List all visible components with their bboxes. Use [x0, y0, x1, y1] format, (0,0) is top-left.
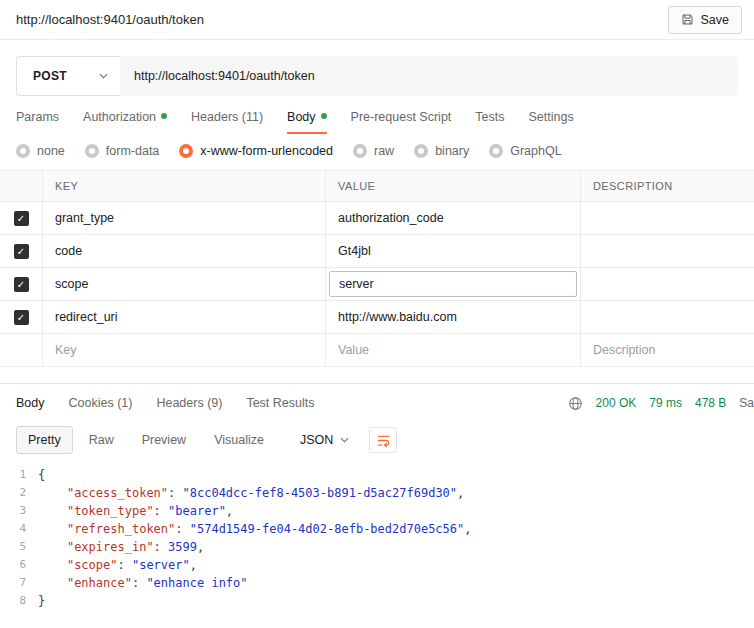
body-type-x-www-form-urlencoded[interactable]: x-www-form-urlencoded — [179, 144, 333, 158]
tab-authorization[interactable]: Authorization — [83, 110, 167, 134]
code-line: 7 "enhance": "enhance info" — [0, 574, 754, 592]
response-size: 478 B — [695, 396, 726, 410]
view-tab-raw[interactable]: Raw — [77, 426, 126, 454]
body-type-binary[interactable]: binary — [414, 144, 469, 158]
response-time: 79 ms — [649, 396, 682, 410]
green-status-dot — [161, 113, 167, 119]
value-cell[interactable]: Gt4jbl — [325, 235, 580, 267]
table-row: ✓codeGt4jbl — [0, 234, 754, 267]
line-number: 1 — [0, 466, 38, 484]
code-token: , — [190, 558, 197, 572]
body-type-none[interactable]: none — [16, 144, 65, 158]
url-text: http://localhost:9401/oauth/token — [134, 69, 315, 83]
row-checkbox[interactable]: ✓ — [14, 310, 29, 325]
postman-request-view: http://localhost:9401/oauth/token Save P… — [0, 0, 754, 610]
row-checkbox[interactable]: ✓ — [14, 211, 29, 226]
body-type-label: GraphQL — [510, 144, 561, 158]
response-tab-cookies-1[interactable]: Cookies (1) — [69, 396, 133, 410]
key-cell[interactable]: code — [42, 235, 325, 267]
code-content: "enhance": "enhance info" — [38, 574, 248, 592]
request-tabs: ParamsAuthorizationHeaders (11)BodyPre-r… — [16, 110, 738, 134]
code-token — [38, 522, 67, 536]
row-checkbox[interactable]: ✓ — [14, 277, 29, 292]
save-button-label: Save — [701, 13, 730, 27]
view-tab-pretty[interactable]: Pretty — [16, 426, 73, 454]
save-button[interactable]: Save — [668, 6, 743, 34]
body-type-label: x-www-form-urlencoded — [200, 144, 333, 158]
response-view-tabs: PrettyRawPreviewVisualize — [16, 426, 276, 454]
checkbox-cell: ✓ — [0, 235, 42, 267]
view-tab-preview[interactable]: Preview — [130, 426, 198, 454]
response-tab-headers-9[interactable]: Headers (9) — [156, 396, 222, 410]
code-token — [38, 576, 67, 590]
view-tab-visualize[interactable]: Visualize — [202, 426, 276, 454]
line-number: 7 — [0, 574, 38, 592]
value-input[interactable] — [329, 271, 577, 297]
tab-params[interactable]: Params — [16, 110, 59, 134]
description-cell[interactable] — [580, 268, 754, 300]
code-token — [38, 486, 67, 500]
response-tab-test-results[interactable]: Test Results — [246, 396, 314, 410]
value-cell[interactable]: Value — [325, 334, 580, 366]
body-type-label: none — [37, 144, 65, 158]
save-response-button[interactable]: Sa — [739, 396, 754, 410]
body-type-graphql[interactable]: GraphQL — [489, 144, 561, 158]
response-meta: 200 OK 79 ms 478 B Sa — [568, 396, 754, 411]
code-token: { — [38, 468, 45, 482]
code-token: "access_token" — [67, 486, 168, 500]
response-toolbar: PrettyRawPreviewVisualize JSON — [0, 422, 754, 458]
params-table-body: ✓grant_typeauthorization_code✓codeGt4jbl… — [0, 201, 754, 366]
value-cell[interactable] — [325, 268, 580, 300]
key-cell[interactable]: redirect_uri — [42, 301, 325, 333]
description-cell[interactable] — [580, 202, 754, 234]
body-type-options: noneform-datax-www-form-urlencodedrawbin… — [16, 144, 738, 158]
code-token: , — [197, 540, 204, 554]
tab-body[interactable]: Body — [287, 110, 327, 134]
wrap-text-button[interactable] — [369, 427, 397, 453]
method-label: POST — [33, 69, 67, 83]
code-content: "scope": "server", — [38, 556, 197, 574]
radio-icon — [85, 144, 99, 158]
chevron-down-icon — [340, 437, 349, 443]
tab-settings[interactable]: Settings — [529, 110, 574, 134]
response-tab-body[interactable]: Body — [16, 396, 45, 410]
value-cell[interactable]: http://www.baidu.com — [325, 301, 580, 333]
method-select[interactable]: POST — [16, 56, 120, 96]
code-content: "expires_in": 3599, — [38, 538, 204, 556]
description-cell[interactable] — [580, 235, 754, 267]
key-cell[interactable]: grant_type — [42, 202, 325, 234]
body-type-raw[interactable]: raw — [353, 144, 394, 158]
response-tabs: BodyCookies (1)Headers (9)Test Results — [16, 396, 315, 410]
format-select[interactable]: JSON — [292, 427, 357, 453]
code-line: 4 "refresh_token": "574d1549-fe04-4d02-8… — [0, 520, 754, 538]
code-token: "expires_in" — [67, 540, 154, 554]
code-token: } — [38, 594, 45, 608]
response-section: BodyCookies (1)Headers (9)Test Results 2… — [0, 383, 754, 610]
row-checkbox[interactable]: ✓ — [14, 244, 29, 259]
code-content: "refresh_token": "574d1549-fe04-4d02-8ef… — [38, 520, 472, 538]
radio-icon — [489, 144, 503, 158]
url-input[interactable]: http://localhost:9401/oauth/token — [120, 56, 738, 96]
wrap-text-icon — [376, 433, 391, 448]
value-cell[interactable]: authorization_code — [325, 202, 580, 234]
header-checkbox-cell — [0, 171, 42, 201]
format-label: JSON — [300, 433, 333, 447]
url-builder: POST http://localhost:9401/oauth/token — [16, 56, 738, 96]
description-cell[interactable] — [580, 301, 754, 333]
code-token: "server" — [132, 558, 190, 572]
tab-headers-11[interactable]: Headers (11) — [191, 110, 263, 134]
code-token — [38, 504, 67, 518]
tab-pre-request-script[interactable]: Pre-request Script — [351, 110, 452, 134]
tab-tests[interactable]: Tests — [475, 110, 504, 134]
description-cell[interactable]: Description — [580, 334, 754, 366]
status-badge: 200 OK — [596, 396, 637, 410]
code-line: 6 "scope": "server", — [0, 556, 754, 574]
code-line: 3 "token_type": "bearer", — [0, 502, 754, 520]
code-token — [38, 558, 67, 572]
key-cell[interactable]: scope — [42, 268, 325, 300]
response-code: 1{2 "access_token": "8cc04dcc-fef8-4503-… — [0, 458, 754, 610]
key-cell[interactable]: Key — [42, 334, 325, 366]
code-content: "access_token": "8cc04dcc-fef8-4503-b891… — [38, 484, 464, 502]
body-type-form-data[interactable]: form-data — [85, 144, 160, 158]
line-number: 8 — [0, 592, 38, 610]
